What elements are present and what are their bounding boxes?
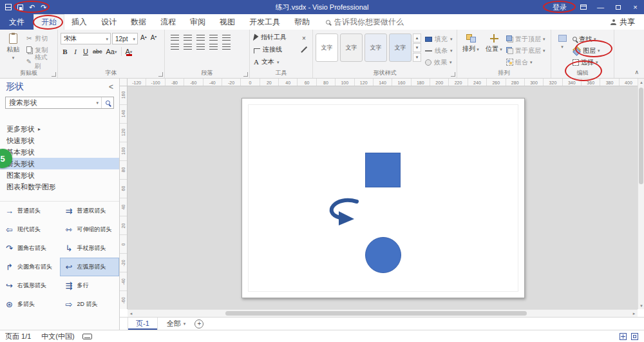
shape-style-preview-0[interactable]: 文字 [316, 33, 338, 62]
horizontal-scrollbar[interactable]: ◂ ▸ [128, 309, 638, 317]
valign-bottom-button[interactable] [196, 44, 205, 50]
master-shape-4[interactable]: ↷圆角右箭头 [0, 239, 60, 258]
app-menu-button[interactable] [5, 4, 12, 10]
master-shape-11[interactable]: ⇨2D 箭头 [60, 295, 120, 314]
master-shape-9[interactable]: ⇶多行 [60, 276, 120, 295]
master-shape-2[interactable]: ⇦现代箭头 [0, 220, 60, 239]
ribbon-tab-8[interactable]: 帮助 [287, 14, 317, 30]
align-right-button[interactable] [209, 35, 218, 41]
minimize-button[interactable]: — [592, 0, 609, 14]
gallery-more-button[interactable]: ▾ [413, 53, 421, 62]
redo-button[interactable]: ↷ [41, 4, 46, 11]
page-tab[interactable]: 页-1 [128, 318, 158, 330]
align-left-button[interactable] [184, 35, 192, 41]
login-button[interactable]: 登录 [545, 0, 574, 14]
stencil-category-2[interactable]: 基本形状 [0, 146, 119, 158]
fit-page-button[interactable] [631, 333, 638, 340]
drawing-canvas[interactable] [128, 86, 638, 309]
decrease-indent-button[interactable] [209, 44, 218, 50]
tell-me-box[interactable]: 告诉我你想要做什么 [326, 14, 404, 30]
format-painter-button[interactable]: ✎格式刷 [24, 56, 55, 67]
font-size-select[interactable]: 12pt▾ [112, 33, 138, 44]
connection-point-button[interactable]: × [299, 33, 308, 43]
drawing-page[interactable] [242, 98, 525, 298]
scroll-down-button[interactable]: ▼ [638, 302, 644, 309]
send-to-back-button[interactable]: 置于底层▾ [506, 45, 545, 56]
circle-shape[interactable] [365, 237, 401, 273]
search-go-button[interactable] [101, 97, 113, 108]
scroll-up-button[interactable]: ▲ [638, 79, 644, 86]
horizontal-scrollbar-thumb[interactable] [225, 311, 527, 316]
valign-top-button[interactable] [171, 44, 179, 50]
master-shape-1[interactable]: ⇉普通双箭头 [60, 202, 120, 220]
font-color-button[interactable]: A▾ [124, 46, 134, 57]
layers-button[interactable]: 图层▾ [573, 45, 600, 56]
increase-indent-button[interactable] [222, 44, 231, 50]
ribbon-tab-6[interactable]: 视图 [213, 14, 242, 30]
bring-to-front-button[interactable]: 置于顶层▾ [506, 33, 545, 44]
bullet-list-button[interactable] [171, 35, 179, 41]
collapse-ribbon-button[interactable]: ∧ [634, 69, 639, 75]
shape-style-preview-3[interactable]: 文字 [389, 33, 412, 62]
master-shape-6[interactable]: ↱尖圆角右箭头 [0, 258, 60, 276]
square-shape[interactable] [365, 153, 401, 187]
effects-button[interactable]: 效果▾ [425, 57, 453, 68]
close-button[interactable]: × [627, 0, 644, 14]
shrink-font-button[interactable]: A▾ [149, 33, 158, 44]
drawing-tools-button[interactable] [299, 45, 308, 54]
underline-button[interactable]: U [81, 46, 90, 57]
ribbon-display-options-button[interactable] [574, 0, 592, 14]
ribbon-tab-0[interactable]: 开始 [33, 14, 64, 30]
ribbon-tab-4[interactable]: 流程 [153, 14, 183, 30]
line-button[interactable]: 线条▾ [425, 45, 453, 56]
paste-button[interactable]: 粘贴 ▾ [3, 32, 24, 67]
change-shape-button[interactable]: ▾ [554, 32, 571, 68]
ribbon-tab-5[interactable]: 审阅 [183, 14, 213, 30]
master-shape-8[interactable]: ↪右弧形箭头 [0, 276, 60, 295]
master-shape-5[interactable]: ↳手杖形箭头 [60, 239, 120, 258]
select-button[interactable]: 选择▾ [573, 57, 600, 68]
group-button[interactable]: 组合▾ [506, 57, 545, 68]
change-case-button[interactable]: Aa▾ [105, 46, 118, 57]
pointer-tool-button[interactable]: 指针工具 [252, 32, 299, 43]
gallery-up-button[interactable]: ▴ [413, 33, 421, 43]
scroll-right-button[interactable]: ▸ [630, 310, 638, 317]
pan-zoom-button[interactable] [620, 333, 627, 340]
stencil-category-3[interactable]: 箭头形状 [0, 158, 119, 169]
master-shape-7[interactable]: ↩左弧形箭头 [60, 258, 120, 276]
vertical-scrollbar-thumb[interactable] [639, 88, 643, 184]
cut-button[interactable]: ✂剪切 [24, 33, 55, 44]
stencil-category-1[interactable]: 快速形状 [0, 135, 119, 146]
ribbon-tab-1[interactable]: 插入 [64, 14, 94, 30]
ribbon-tab-7[interactable]: 开发工具 [242, 14, 287, 30]
keyboard-icon[interactable] [82, 334, 92, 339]
curved-arrow-shape[interactable] [321, 196, 361, 226]
stencil-category-4[interactable]: 图案形状 [0, 169, 119, 181]
master-shape-3[interactable]: ⇿可伸缩的箭头 [60, 220, 120, 239]
connector-button[interactable]: 连接线 [252, 44, 299, 55]
align-center-button[interactable] [196, 35, 205, 41]
ribbon-tab-2[interactable]: 设计 [94, 14, 124, 30]
scroll-left-button[interactable]: ◂ [128, 310, 135, 317]
text-tool-button[interactable]: A文本▾ [252, 56, 299, 68]
vertical-scrollbar[interactable]: ▲ ▼ [638, 79, 644, 309]
stencil-category-0[interactable]: 更多形状▸ [0, 123, 119, 135]
add-page-button[interactable]: + [194, 319, 204, 328]
master-shape-10[interactable]: ⊛多箭头 [0, 295, 60, 314]
position-button[interactable]: 位置▾ [483, 32, 505, 68]
maximize-button[interactable] [609, 0, 627, 14]
page-indicator[interactable]: 页面 1/1 [0, 332, 36, 341]
master-shape-0[interactable]: →普通箭头 [0, 202, 60, 220]
save-button[interactable] [17, 5, 23, 10]
shape-style-preview-2[interactable]: 文字 [365, 33, 387, 62]
stencil-category-5[interactable]: 图表和数学图形 [0, 181, 119, 193]
bold-button[interactable]: B [61, 46, 70, 57]
language-indicator[interactable]: 中文(中国) [36, 332, 79, 341]
justify-button[interactable] [222, 35, 231, 41]
find-button[interactable]: 查找▾ [573, 33, 600, 44]
file-tab[interactable]: 文件 [0, 14, 33, 30]
strikethrough-button[interactable]: abc [91, 46, 104, 57]
valign-middle-button[interactable] [184, 44, 192, 50]
undo-button[interactable]: ↶ [29, 4, 35, 11]
all-pages-button[interactable]: 全部▾ [167, 319, 186, 328]
